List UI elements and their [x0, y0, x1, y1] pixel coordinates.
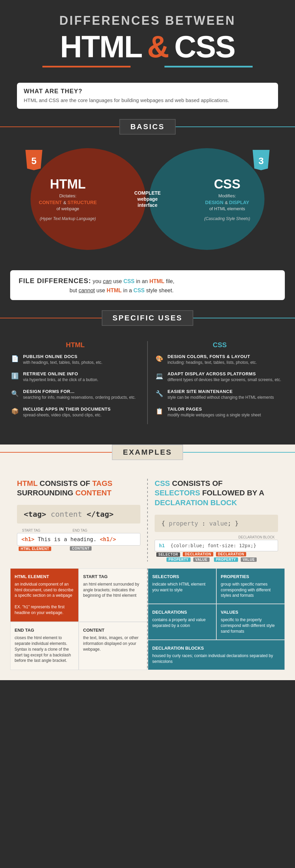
venn-css-fullname: (Cascading Style Sheets): [193, 216, 261, 221]
css-example-labels: SELECTOR DECLARATION DECLARATION: [155, 552, 278, 557]
css-code-block: { property : value; }: [155, 515, 278, 532]
declaration-badge-1: DECLARATION: [183, 552, 213, 556]
css-use-3-desc: style can be modified without changing t…: [168, 395, 274, 400]
css-examples-title: CSS CONSISTS OFSELECTORS FOLLOWED BY ADE…: [155, 479, 278, 508]
what-box-title: WHAT ARE THEY?: [24, 88, 271, 95]
gloss-start-tag-title: START TAG: [83, 574, 143, 580]
css-use-1-title: DESIGN COLORS, FONTS & LAYOUT: [168, 354, 257, 359]
maintenance-icon: 🔧: [155, 389, 164, 398]
basics-line-right: [176, 126, 295, 127]
html-use-3: 🔍 DESIGN FORMS FOR... searching for info…: [10, 389, 140, 400]
specific-uses-line-left: [0, 318, 102, 318]
html-use-3-title: DESIGN FORMS FOR...: [23, 389, 136, 394]
svg-text:3: 3: [258, 156, 264, 166]
gloss-end-tag-title: END TAG: [15, 627, 74, 633]
venn-css-content: CSS Modifies: DESIGN & DISPLAY of HTML e…: [193, 177, 261, 221]
glossary: HTML ELEMENT an individual component of …: [10, 568, 285, 670]
html-examples-title: HTML CONSISTS OF TAGSSURROUNDING CONTENT: [17, 479, 140, 498]
css3-logo: 3: [251, 150, 271, 170]
html-use-1-title: PUBLISH ONLINE DOCS: [23, 354, 102, 359]
examples-section-header: EXAMPLES: [0, 445, 295, 460]
venn-css-title: CSS: [193, 177, 261, 192]
html-annot-labels: START TAG END TAG: [17, 529, 140, 532]
html-use-3-desc: searching for info, making reservations,…: [23, 395, 136, 400]
header-html-text: HTML: [60, 29, 142, 64]
css-use-1-desc: including: headings, text, tables, lists…: [168, 360, 257, 366]
svg-text:5: 5: [31, 156, 37, 166]
forms-icon: 🔍: [10, 389, 20, 398]
retrieve-icon: ℹ️: [10, 371, 20, 381]
gloss-selectors: SELECTORS indicate which HTML element yo…: [148, 568, 216, 604]
gloss-end-tag: END TAG closes the html element to separ…: [10, 622, 79, 670]
file-diff-text1: you: [93, 278, 103, 284]
venn-diagram: 5 3 HTML Dictates: CONTENT & STRUCTURE o…: [10, 145, 285, 253]
css-examples-column: CSS CONSISTS OFSELECTORS FOLLOWED BY ADE…: [148, 479, 285, 561]
venn-center-text: COMPLETE webpage interface: [127, 190, 168, 209]
gloss-decl-blocks-desc: housed by curly races; contain individua…: [152, 653, 280, 665]
apps-icon: 📦: [10, 407, 20, 416]
gloss-declarations: DECLARATIONS contains a property and val…: [148, 604, 216, 640]
gloss-end-tag-desc: closes the html element to separate indi…: [15, 635, 74, 664]
basics-line-left: [0, 126, 119, 127]
what-box-text: HTML and CSS are the core languages for …: [24, 97, 271, 104]
html-uses-title: HTML: [10, 341, 140, 349]
venn-css-display: DISPLAY: [229, 200, 249, 205]
gloss-html-element-desc: an individual component of an html docum…: [15, 581, 74, 616]
css-prop-val-labels: PROPERTY VALUE PROPERTY VALUE: [155, 558, 278, 561]
gloss-values: VALUES specific to the property correspo…: [216, 604, 285, 640]
html-use-1-desc: with headings, text, tables, lists, phot…: [23, 360, 102, 366]
tailor-icon: 📋: [155, 407, 164, 416]
gloss-content-title: CONTENT: [83, 627, 143, 633]
examples-line-right: [183, 452, 295, 453]
specific-uses-content: HTML 📄 PUBLISH ONLINE DOCS with headings…: [0, 333, 295, 434]
css-underline: [164, 66, 253, 67]
basics-section-header: BASICS: [0, 119, 295, 135]
file-diff-html2: HTML: [106, 288, 121, 293]
html-use-4-desc: spread-sheets, video clips, sound clips,…: [23, 412, 111, 418]
css-decl-block-label: DECLARATION BLOCK: [155, 535, 275, 539]
file-diff-css2: CSS: [134, 288, 145, 293]
venn-html-fullname: (Hyper Text Markup Language): [34, 216, 102, 221]
css-use-3: 🔧 EASIER SITE MAINTENANCE style can be m…: [155, 389, 285, 400]
html-code-block: <tag> content </tag>: [17, 505, 140, 524]
venn-html-structure: STRUCTURE: [67, 200, 97, 205]
venn-css-design: DESIGN: [205, 200, 223, 205]
colors-icon: 🎨: [155, 354, 164, 363]
gloss-declarations-desc: contains a property and value separated …: [152, 617, 212, 629]
examples-line-left: [0, 452, 112, 453]
file-diff-can: can: [103, 278, 112, 284]
declaration-badge-2: DECLARATION: [216, 552, 247, 556]
basics-label: BASICS: [119, 119, 175, 135]
file-diff-css1: CSS: [123, 278, 135, 284]
venn-center-content: COMPLETE webpage interface: [127, 190, 168, 209]
html-use-4-title: INCLUDE APPS IN THEIR DOCUMENTS: [23, 407, 111, 412]
gloss-decl-blocks-title: DECLARATION BLOCKS: [152, 645, 280, 651]
css-annotated-example: DECLARATION BLOCK h1 {color:blue; font-s…: [155, 535, 278, 561]
html-uses-column: HTML 📄 PUBLISH ONLINE DOCS with headings…: [10, 341, 140, 424]
property-badge-1: PROPERTY: [166, 557, 191, 562]
css-use-2-title: ADAPT DISPLAY ACROSS PLATFORMS: [168, 371, 281, 376]
specific-uses-line-right: [193, 318, 295, 318]
basics-content: 5 3 HTML Dictates: CONTENT & STRUCTURE o…: [0, 141, 295, 263]
gloss-properties-title: PROPERTIES: [221, 574, 280, 580]
css-example-line: h1 {color:blue; font-size: 12px;}: [155, 540, 278, 551]
gloss-selectors-desc: indicate which HTML element you want to …: [152, 581, 212, 593]
gloss-start-tag: START TAG an html element surrounded by …: [79, 568, 147, 622]
value-badge-1: VALUE: [193, 557, 210, 562]
css-use-4-desc: modify multiple webpages using a single …: [168, 412, 261, 418]
venn-html-content: HTML Dictates: CONTENT & STRUCTURE of we…: [34, 177, 102, 221]
venn-html-title: HTML: [34, 177, 102, 192]
gloss-content-desc: the text, links, images, or other inform…: [83, 635, 143, 652]
gloss-html-element-title: HTML ELEMENT: [15, 574, 74, 580]
what-are-they-box: WHAT ARE THEY? HTML and CSS are the core…: [17, 83, 278, 109]
venn-css-modifies: Modifies:: [193, 193, 261, 198]
gloss-content: CONTENT the text, links, images, or othe…: [79, 622, 147, 670]
css-use-2: 💻 ADAPT DISPLAY ACROSS PLATFORMS differe…: [155, 371, 285, 383]
file-diff-cannot: cannot: [79, 288, 95, 293]
html-element-badge: HTML ELEMENT: [19, 547, 51, 551]
css-use-1: 🎨 DESIGN COLORS, FONTS & LAYOUT includin…: [155, 354, 285, 366]
gloss-values-title: VALUES: [221, 609, 280, 615]
venn-html-dictates: Dictates:: [34, 193, 102, 198]
gloss-properties: PROPERTIES group with specific names cor…: [216, 568, 285, 604]
venn-css-of: of HTML elements: [193, 206, 261, 211]
